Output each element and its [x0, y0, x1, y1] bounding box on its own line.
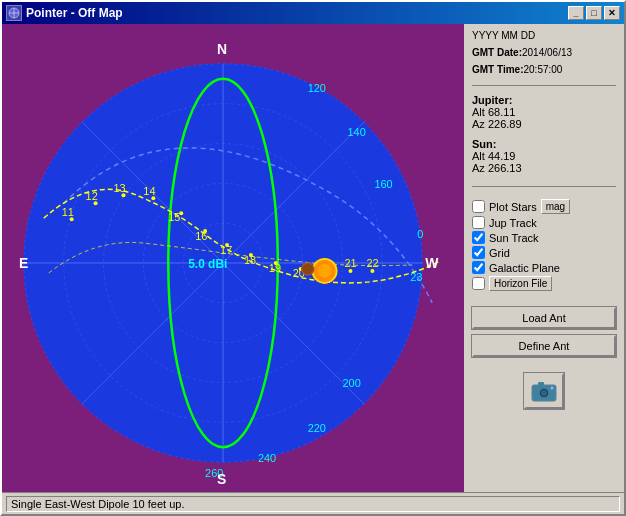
jupiter-name: Jupiter: [472, 94, 616, 106]
jupiter-info: Jupiter: Alt 68.11 Az 226.89 [472, 94, 616, 130]
svg-text:140: 140 [348, 126, 366, 138]
svg-point-60 [551, 387, 554, 390]
jup-track-label: Jup Track [489, 217, 537, 229]
window-controls: _ □ ✕ [568, 6, 620, 20]
status-text: Single East-West Dipole 10 feet up. [6, 496, 620, 512]
spacer-2 [472, 363, 616, 367]
right-panel: YYYY MM DD GMT Date:2014/06/13 GMT Time:… [464, 24, 624, 492]
jupiter-az: Az 226.89 [472, 118, 616, 130]
svg-text:21: 21 [345, 257, 357, 269]
app-icon [6, 5, 22, 21]
svg-text:19: 19 [269, 262, 281, 274]
svg-text:23: 23 [410, 271, 422, 283]
grid-row: Grid [472, 246, 616, 259]
svg-text:120: 120 [308, 82, 326, 94]
gmt-time-label: GMT Time:20:57:00 [472, 64, 562, 75]
close-button[interactable]: ✕ [604, 6, 620, 20]
horizon-file-button[interactable]: Horizon File [489, 276, 552, 291]
svg-text:S: S [217, 471, 226, 487]
galactic-plane-label: Galactic Plane [489, 262, 560, 274]
svg-text:160: 160 [374, 178, 392, 190]
sun-info: Sun: Alt 44.19 Az 266.13 [472, 138, 616, 174]
svg-text:17: 17 [220, 244, 232, 256]
camera-button[interactable] [524, 373, 564, 409]
jup-track-row: Jup Track [472, 216, 616, 229]
divider-1 [472, 85, 616, 86]
svg-rect-59 [538, 382, 544, 386]
svg-text:15: 15 [168, 211, 180, 223]
load-ant-button[interactable]: Load Ant [472, 307, 616, 329]
gmt-date-label: GMT Date:2014/06/13 [472, 47, 572, 58]
main-window: Pointer - Off Map _ □ ✕ [0, 0, 626, 516]
define-ant-button[interactable]: Define Ant [472, 335, 616, 357]
sun-az: Az 266.13 [472, 162, 616, 174]
svg-text:22: 22 [366, 257, 378, 269]
grid-checkbox[interactable] [472, 246, 485, 259]
window-title: Pointer - Off Map [26, 6, 568, 20]
svg-point-37 [302, 263, 314, 275]
svg-point-58 [541, 390, 547, 396]
statusbar: Single East-West Dipole 10 feet up. [2, 492, 624, 514]
plot-stars-checkbox[interactable] [472, 200, 485, 213]
svg-text:0: 0 [417, 228, 423, 240]
svg-text:14: 14 [143, 185, 155, 197]
sun-track-label: Sun Track [489, 232, 539, 244]
spacer [472, 297, 616, 303]
jupiter-alt: Alt 68.11 [472, 106, 616, 118]
options-section: Plot Stars mag Jup Track Sun Track Grid [472, 199, 616, 293]
svg-point-38 [349, 269, 353, 273]
date-format-text: YYYY MM DD [472, 30, 535, 41]
svg-text:220: 220 [308, 422, 326, 434]
maximize-button[interactable]: □ [586, 6, 602, 20]
svg-text:200: 200 [343, 377, 361, 389]
mag-button[interactable]: mag [541, 199, 570, 214]
sun-name: Sun: [472, 138, 616, 150]
grid-label: Grid [489, 247, 510, 259]
gmt-date-row: GMT Date:2014/06/13 [472, 47, 616, 58]
sky-map-svg[interactable]: 11 12 13 14 15 16 17 18 19 20 [2, 24, 464, 492]
svg-text:12: 12 [86, 190, 98, 202]
sun-track-row: Sun Track [472, 231, 616, 244]
svg-text:N: N [217, 41, 227, 57]
svg-text:11: 11 [62, 206, 74, 218]
svg-point-36 [318, 264, 332, 278]
galactic-plane-row: Galactic Plane [472, 261, 616, 274]
date-format-label: YYYY MM DD [472, 30, 616, 41]
map-area[interactable]: 11 12 13 14 15 16 17 18 19 20 [2, 24, 464, 492]
plot-stars-label: Plot Stars [489, 201, 537, 213]
minimize-button[interactable]: _ [568, 6, 584, 20]
divider-2 [472, 186, 616, 187]
jup-track-checkbox[interactable] [472, 216, 485, 229]
content-area: 11 12 13 14 15 16 17 18 19 20 [2, 24, 624, 492]
svg-text:E: E [19, 255, 28, 271]
sun-track-checkbox[interactable] [472, 231, 485, 244]
sun-alt: Alt 44.19 [472, 150, 616, 162]
plot-stars-row: Plot Stars mag [472, 199, 616, 214]
svg-point-40 [370, 269, 374, 273]
horizon-file-checkbox[interactable] [472, 277, 485, 290]
horizon-file-row: Horizon File [472, 276, 616, 291]
svg-text:240: 240 [258, 452, 276, 464]
titlebar: Pointer - Off Map _ □ ✕ [2, 2, 624, 24]
svg-text:W: W [425, 255, 439, 271]
svg-text:16: 16 [195, 230, 207, 242]
svg-text:5.0 dBi: 5.0 dBi [188, 257, 227, 271]
gmt-time-row: GMT Time:20:57:00 [472, 64, 616, 75]
camera-icon [530, 379, 558, 403]
svg-text:13: 13 [114, 182, 126, 194]
galactic-plane-checkbox[interactable] [472, 261, 485, 274]
svg-text:18: 18 [244, 254, 256, 266]
